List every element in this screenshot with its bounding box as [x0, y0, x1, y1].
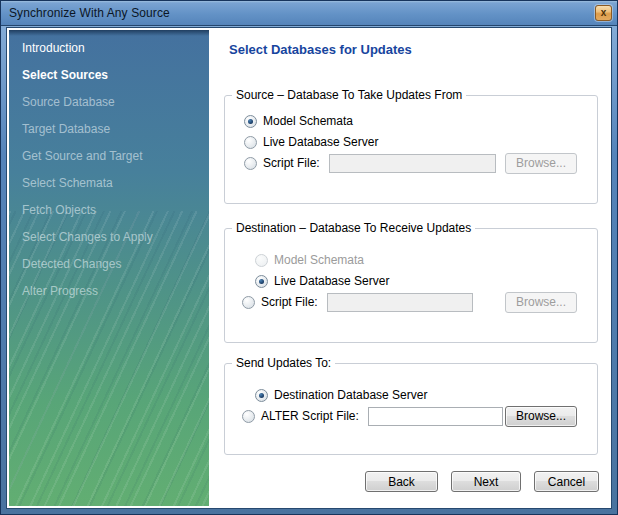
cancel-button[interactable]: Cancel: [534, 471, 599, 492]
option-dest-live-database-server[interactable]: Live Database Server: [225, 272, 597, 290]
step-select-changes-to-apply: Select Changes to Apply: [9, 224, 209, 251]
option-source-model-schemata[interactable]: Model Schemata: [225, 112, 597, 130]
step-detected-changes: Detected Changes: [9, 251, 209, 278]
radio-model-schemata[interactable]: [244, 115, 257, 128]
step-target-database: Target Database: [9, 116, 209, 143]
option-source-live-database-server[interactable]: Live Database Server: [225, 133, 597, 151]
group-source-title: Source – Database To Take Updates From: [232, 88, 466, 102]
wizard-window: Synchronize With Any Source x Introducti…: [0, 0, 618, 515]
radio-dest-model-schemata: [255, 254, 268, 267]
dest-script-file-input: [327, 293, 473, 312]
page-title: Select Databases for Updates: [229, 42, 609, 57]
source-script-file-input: [329, 154, 496, 173]
radio-destination-database-server[interactable]: [255, 389, 268, 402]
group-destination-title: Destination – Database To Receive Update…: [232, 221, 475, 235]
radio-script-file[interactable]: [244, 157, 257, 170]
option-destination-database-server[interactable]: Destination Database Server: [225, 386, 597, 404]
alter-script-file-input[interactable]: [368, 407, 503, 426]
wizard-steps-sidebar: Introduction Select Sources Source Datab…: [9, 30, 209, 506]
option-alter-script-file[interactable]: ALTER Script File: Browse...: [225, 407, 597, 425]
radio-dest-script-file[interactable]: [242, 296, 255, 309]
group-source: Source – Database To Take Updates From M…: [224, 95, 598, 204]
step-get-source-and-target: Get Source and Target: [9, 143, 209, 170]
main-panel: Select Databases for Updates Source – Da…: [209, 30, 609, 506]
alter-browse-button[interactable]: Browse...: [505, 406, 577, 427]
option-dest-model-schemata: Model Schemata: [225, 251, 597, 269]
wizard-nav-buttons: Back Next Cancel: [365, 471, 599, 492]
window-title: Synchronize With Any Source: [9, 6, 170, 20]
title-bar: Synchronize With Any Source x: [1, 1, 617, 26]
group-send-updates-title: Send Updates To:: [232, 356, 335, 370]
option-source-script-file[interactable]: Script File: Browse...: [225, 154, 597, 172]
step-select-sources: Select Sources: [9, 62, 209, 89]
step-fetch-objects: Fetch Objects: [9, 197, 209, 224]
radio-dest-live-database-server[interactable]: [255, 275, 268, 288]
radio-alter-script-file[interactable]: [242, 410, 255, 423]
source-browse-button: Browse...: [505, 153, 577, 174]
step-select-schemata: Select Schemata: [9, 170, 209, 197]
group-send-updates-to: Send Updates To: Destination Database Se…: [224, 363, 598, 455]
next-button[interactable]: Next: [451, 471, 521, 492]
group-destination: Destination – Database To Receive Update…: [224, 228, 598, 343]
close-icon[interactable]: x: [595, 5, 612, 21]
step-source-database: Source Database: [9, 89, 209, 116]
step-introduction: Introduction: [9, 35, 209, 62]
dest-browse-button: Browse...: [505, 292, 577, 313]
step-alter-progress: Alter Progress: [9, 278, 209, 305]
radio-live-database-server[interactable]: [244, 136, 257, 149]
option-dest-script-file[interactable]: Script File: Browse...: [225, 293, 597, 311]
back-button[interactable]: Back: [365, 471, 438, 492]
window-frame: Introduction Select Sources Source Datab…: [6, 27, 612, 509]
